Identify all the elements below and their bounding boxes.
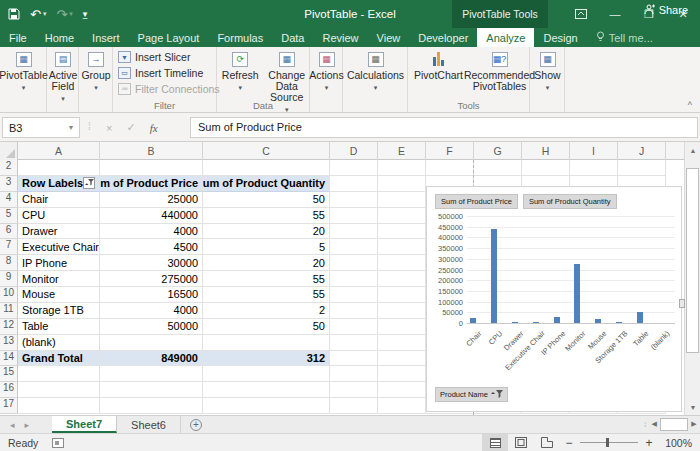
scroll-right-icon[interactable]: ▶ [688,416,700,432]
cell-c7[interactable]: 5 [203,239,330,255]
sheet-tab-sheet7[interactable]: Sheet7 [52,416,117,433]
cell-d4[interactable] [330,192,378,208]
select-all-corner[interactable] [0,142,18,160]
column-header-d[interactable]: D [330,142,378,160]
tab-file[interactable]: File [0,28,36,47]
cell-e7[interactable] [378,239,426,255]
cell-a17[interactable] [18,398,100,414]
row-header-14[interactable]: 14 [0,351,18,367]
row-header-4[interactable]: 4 [0,192,18,208]
axis-field-button[interactable]: Product Name [435,387,508,402]
cell-e17[interactable] [378,398,426,414]
cell-c8[interactable]: 20 [203,255,330,271]
pivotchart-button[interactable]: PivotChart [408,50,469,81]
row-labels-filter-icon[interactable] [83,177,95,189]
cell-d10[interactable] [330,287,378,303]
cell-a12[interactable]: Table [18,319,100,335]
chart-bar[interactable] [533,322,539,323]
tab-review[interactable]: Review [313,28,367,47]
new-sheet-button[interactable]: + [181,416,211,433]
cell-c5[interactable]: 55 [203,208,330,224]
sheet-prev-icon[interactable]: ◂ [10,420,15,430]
cell-a8[interactable]: IP Phone [18,255,100,271]
macro-record-icon[interactable] [52,438,64,448]
cell-b16[interactable] [100,382,203,398]
chart-resize-handle[interactable] [679,299,685,308]
cell-c12[interactable]: 50 [203,319,330,335]
cell-c3[interactable]: Sum of Product Quantity [203,176,330,192]
cell-d2[interactable] [330,160,378,176]
cell-d11[interactable] [330,303,378,319]
cell-d8[interactable] [330,255,378,271]
cell-d3[interactable] [330,176,378,192]
cell-c17[interactable] [203,398,330,414]
chart-bar[interactable] [470,318,476,323]
row-header-8[interactable]: 8 [0,255,18,271]
share-button[interactable]: Share [636,0,696,19]
cell-c11[interactable]: 2 [203,303,330,319]
cell-f2[interactable] [426,160,474,176]
refresh-button[interactable]: ⟳Refresh▾ [217,50,264,93]
zoom-slider[interactable] [580,442,638,443]
cell-e5[interactable] [378,208,426,224]
scrollbar-splitter[interactable]: ⁞ [644,420,646,429]
cell-b4[interactable]: 25000 [100,192,203,208]
tab-page-layout[interactable]: Page Layout [129,28,209,47]
cell-d12[interactable] [330,319,378,335]
column-header-f[interactable]: F [426,142,474,160]
sheet-next-icon[interactable]: ▸ [25,420,30,430]
tab-analyze[interactable]: Analyze [477,28,534,47]
chart-bar[interactable] [491,229,497,323]
page-break-preview-icon[interactable] [534,434,560,451]
name-box-dropdown-icon[interactable]: ▼ [63,124,79,131]
cell-a11[interactable]: Storage 1TB [18,303,100,319]
cell-e3[interactable] [378,176,426,192]
cell-c15[interactable] [203,366,330,382]
normal-view-icon[interactable] [482,434,508,451]
cell-b5[interactable]: 440000 [100,208,203,224]
column-header-i[interactable]: I [570,142,618,160]
cell-e13[interactable] [378,335,426,351]
cell-d6[interactable] [330,224,378,240]
horizontal-scroll-thumb[interactable] [660,418,688,431]
scroll-up-icon[interactable]: ▲ [685,142,700,158]
cell-b9[interactable]: 275000 [100,271,203,287]
cell-c13[interactable] [203,335,330,351]
cell-d14[interactable] [330,351,378,367]
cell-c4[interactable]: 50 [203,192,330,208]
cancel-icon[interactable]: × [106,122,112,134]
recommended-pivottables-button[interactable]: ▦?Recommended PivotTables [469,50,530,92]
group-button[interactable]: →Group▾ [79,50,113,93]
row-header-5[interactable]: 5 [0,208,18,224]
active-field-button[interactable]: ▤Active Field▾ [47,50,79,104]
cell-c10[interactable]: 55 [203,287,330,303]
cell-b2[interactable] [100,160,203,176]
cell-a10[interactable]: Mouse [18,287,100,303]
row-header-7[interactable]: 7 [0,239,18,255]
cell-b12[interactable]: 50000 [100,319,203,335]
cell-e8[interactable] [378,255,426,271]
cell-a14[interactable]: Grand Total [18,351,100,367]
cell-b11[interactable]: 4000 [100,303,203,319]
cell-a5[interactable]: CPU [18,208,100,224]
column-header-c[interactable]: C [203,142,330,160]
calculations-button[interactable]: ▦Calculations▾ [343,50,408,93]
tab-view[interactable]: View [368,28,410,47]
cell-a13[interactable]: (blank) [18,335,100,351]
cell-c2[interactable] [203,160,330,176]
cell-e16[interactable] [378,382,426,398]
vertical-scrollbar[interactable]: ▲ ▼ [684,142,700,415]
chart-bar[interactable] [595,319,601,323]
cell-d7[interactable] [330,239,378,255]
row-header-3[interactable]: 3 [0,176,18,192]
row-header-15[interactable]: 15 [0,366,18,382]
collapse-ribbon-icon[interactable]: ^ [688,100,692,110]
cell-a2[interactable] [18,160,100,176]
column-header-b[interactable]: B [100,142,203,160]
pivottable-button[interactable]: ▦PivotTable▾ [0,50,47,93]
column-header-e[interactable]: E [378,142,426,160]
cell-e11[interactable] [378,303,426,319]
tab-home[interactable]: Home [36,28,83,47]
chart-bar[interactable] [512,322,518,323]
zoom-slider-thumb[interactable] [606,438,609,447]
